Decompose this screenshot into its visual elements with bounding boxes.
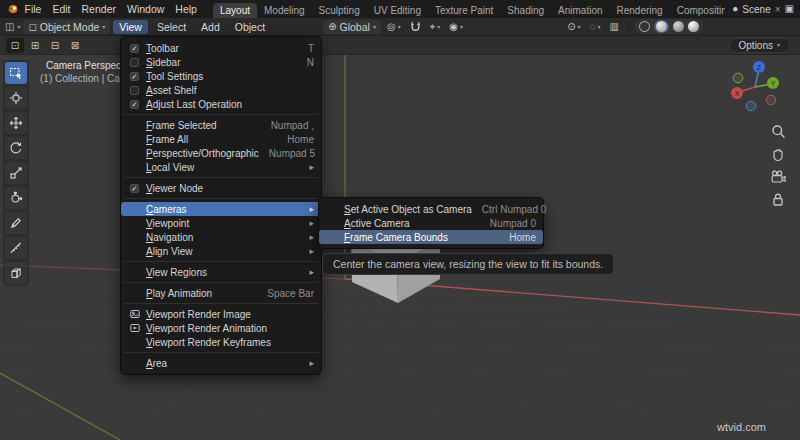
menu-item-shortcut: Ctrl Numpad 0	[482, 204, 546, 215]
menu-item-view-regions[interactable]: View Regions ▸	[121, 265, 321, 279]
tool-add-cube[interactable]	[5, 262, 27, 284]
menu-item-viewpoint[interactable]: Viewpoint ▸	[121, 216, 321, 230]
tab-modeling[interactable]: Modeling	[257, 3, 312, 18]
add-cube-icon	[9, 266, 23, 280]
menu-item-frame-all[interactable]: Frame All Home	[121, 132, 321, 146]
show-overlays-dropdown[interactable]: ◌ ▾	[587, 21, 604, 33]
menu-item-active-camera[interactable]: Active Camera Numpad 0	[319, 216, 543, 230]
menu-item-cameras[interactable]: Cameras ▸	[121, 202, 321, 216]
tool-annotate[interactable]	[5, 212, 27, 234]
menu-file[interactable]: File	[20, 2, 47, 16]
camera-view-icon[interactable]	[770, 170, 786, 184]
pivot-point-dropdown[interactable]: ◎ ▾	[384, 21, 404, 33]
select-mode-extend-button[interactable]: ⊞	[26, 38, 44, 53]
tab-layout[interactable]: Layout	[213, 3, 257, 18]
menu-view[interactable]: View	[113, 20, 148, 34]
options-dropdown[interactable]: Options ▾	[729, 38, 790, 53]
tab-texture-paint[interactable]: Texture Paint	[428, 3, 500, 18]
chevron-down-icon: ▾	[373, 24, 376, 30]
menu-item-tool-settings[interactable]: ✓ Tool Settings	[121, 69, 321, 83]
watermark: wtvid.com	[717, 421, 766, 433]
menu-item-shortcut: T	[308, 43, 314, 54]
pan-hand-icon[interactable]	[771, 147, 786, 162]
menu-item-toolbar[interactable]: ✓ Toolbar T	[121, 41, 321, 55]
proportional-editing-dropdown[interactable]: ◉ ▾	[446, 21, 466, 33]
tab-rendering[interactable]: Rendering	[610, 3, 670, 18]
viewport-header: ◫ ▾ ◻ Object Mode ▾ View Select Add Obje…	[0, 18, 800, 36]
menu-item-play-animation[interactable]: Play Animation Space Bar	[121, 286, 321, 300]
toggle-xray-button[interactable]: ▥	[607, 21, 622, 33]
menu-item-shortcut: Home	[287, 134, 314, 145]
tool-cursor[interactable]	[5, 87, 27, 109]
show-gizmos-dropdown[interactable]: ⊙ ▾	[564, 21, 583, 33]
mode-selector[interactable]: ◻ Object Mode ▾	[23, 20, 110, 34]
menu-item-shortcut: Numpad ,	[271, 120, 314, 131]
zoom-icon[interactable]	[771, 124, 786, 139]
scene-unlink-icon[interactable]: ×	[775, 4, 781, 15]
tool-measure[interactable]	[5, 237, 27, 259]
menu-item-navigation[interactable]: Navigation ▸	[121, 230, 321, 244]
menu-item-asset-shelf[interactable]: Asset Shelf	[121, 83, 321, 97]
shading-wireframe-button[interactable]	[639, 21, 650, 32]
menu-item-label: Local View	[146, 162, 194, 173]
menu-item-sidebar[interactable]: Sidebar N	[121, 55, 321, 69]
menu-separator	[123, 261, 319, 262]
snap-target-dropdown[interactable]: ⌖ ▾	[427, 21, 444, 33]
tab-compositing[interactable]: Compositing	[670, 3, 726, 18]
menu-render[interactable]: Render	[77, 2, 121, 16]
measure-icon	[9, 241, 23, 255]
tool-transform[interactable]	[5, 187, 27, 209]
shading-solid-button[interactable]	[654, 20, 669, 33]
menu-add[interactable]: Add	[195, 20, 226, 34]
menu-item-viewport-render-image[interactable]: Viewport Render Image	[121, 307, 321, 321]
tab-uv-editing[interactable]: UV Editing	[367, 3, 428, 18]
menu-item-adjust-last-operation[interactable]: ✓ Adjust Last Operation	[121, 97, 321, 111]
tab-sculpting[interactable]: Sculpting	[312, 3, 367, 18]
menu-item-frame-camera-bounds[interactable]: Frame Camera Bounds Home	[319, 230, 543, 244]
tooltip: Center the camera view, resizing the vie…	[322, 253, 614, 275]
blender-logo-icon[interactable]	[6, 2, 19, 16]
navigation-gizmo[interactable]: Z Y X	[726, 58, 784, 118]
menu-item-local-view[interactable]: Local View ▸	[121, 160, 321, 174]
shading-rendered-button[interactable]	[688, 21, 699, 32]
submenu-arrow-icon: ▸	[309, 218, 314, 228]
snap-toggle[interactable]	[407, 20, 424, 34]
menu-separator	[123, 177, 319, 178]
chevron-down-icon: ▾	[17, 24, 20, 30]
checkbox-checked-icon: ✓	[130, 100, 139, 109]
menu-item-viewport-render-animation[interactable]: Viewport Render Animation	[121, 321, 321, 335]
menu-item-frame-selected[interactable]: Frame Selected Numpad ,	[121, 118, 321, 132]
menu-item-set-active-object-as-camera[interactable]: Set Active Object as Camera Ctrl Numpad …	[319, 202, 543, 216]
options-label: Options	[739, 40, 773, 51]
view-layer-icon[interactable]: ▣	[785, 4, 794, 14]
menu-item-viewport-render-keyframes[interactable]: Viewport Render Keyframes	[121, 335, 321, 349]
menu-help[interactable]: Help	[170, 2, 202, 16]
menu-item-perspective-orthographic[interactable]: Perspective/Orthographic Numpad 5	[121, 146, 321, 160]
snap-target-icon: ⌖	[430, 22, 436, 32]
tool-rotate[interactable]	[5, 137, 27, 159]
tab-shading[interactable]: Shading	[500, 3, 551, 18]
checkbox-checked-icon: ✓	[130, 72, 139, 81]
select-mode-new-button[interactable]: ⊡	[6, 38, 24, 53]
tool-select-box[interactable]	[5, 62, 27, 84]
shading-material-button[interactable]	[673, 21, 684, 32]
menu-separator	[123, 303, 319, 304]
checkbox-checked-icon: ✓	[130, 184, 139, 193]
lock-icon[interactable]	[771, 192, 785, 207]
tool-scale[interactable]	[5, 162, 27, 184]
scene-selector[interactable]: ● Scene × ▣	[726, 4, 794, 15]
menu-item-viewer-node[interactable]: ✓ Viewer Node	[121, 181, 321, 195]
menu-item-area[interactable]: Area ▸	[121, 356, 321, 370]
menu-item-label: Adjust Last Operation	[146, 99, 242, 110]
tool-move[interactable]	[5, 112, 27, 134]
editor-type-icon[interactable]: ◫	[5, 22, 14, 32]
tab-animation[interactable]: Animation	[551, 3, 609, 18]
menu-window[interactable]: Window	[122, 2, 169, 16]
menu-select[interactable]: Select	[151, 20, 192, 34]
menu-edit[interactable]: Edit	[47, 2, 75, 16]
menu-item-align-view[interactable]: Align View ▸	[121, 244, 321, 258]
transform-orientation-dropdown[interactable]: ⊕ Global ▾	[323, 20, 381, 34]
menu-object[interactable]: Object	[229, 20, 271, 34]
select-mode-intersect-button[interactable]: ⊠	[66, 38, 84, 53]
select-mode-subtract-button[interactable]: ⊟	[46, 38, 64, 53]
